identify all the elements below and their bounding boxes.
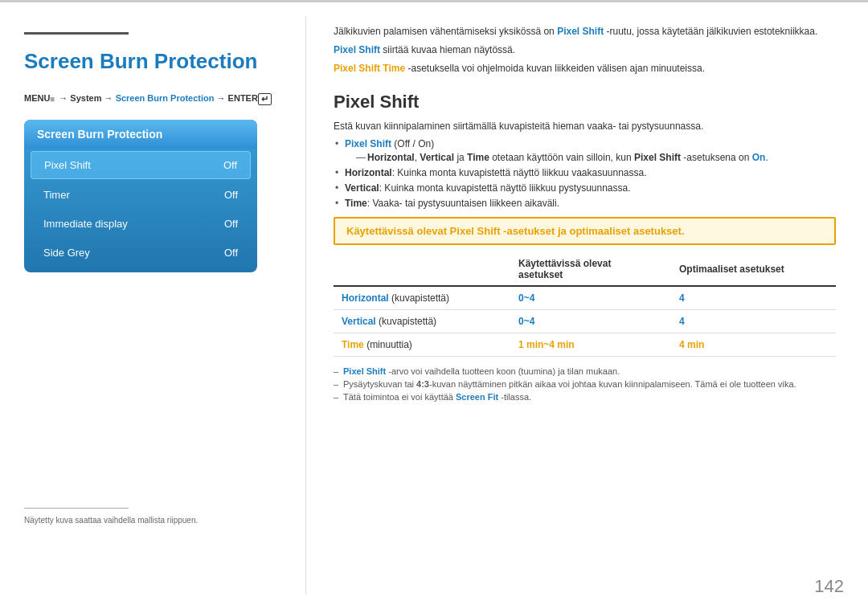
table-cell-vertical-range: 0~4: [510, 309, 671, 333]
bullet-item-1: Pixel Shift (Off / On) Horizontal, Verti…: [334, 138, 836, 163]
menu-arrow3: →: [217, 93, 228, 103]
table-cell-vertical-label: Vertical (kuvapistettä): [334, 309, 510, 333]
left-panel: Screen Burn Protection MENU≡ → System → …: [0, 0, 305, 613]
sbp-item-label: Pixel Shift: [44, 159, 91, 171]
sbp-item-label: Timer: [43, 189, 70, 201]
table-header-optimal: Optimaaliset asetukset: [671, 253, 836, 286]
intro-line-2: Pixel Shift siirtää kuvaa hieman näytöss…: [334, 43, 836, 58]
bullet-4-label: Time: [345, 198, 367, 209]
footer-note-1: Pixel Shift -arvo voi vaihdella tuotteen…: [334, 366, 836, 376]
menu-arrow2: →: [104, 93, 116, 103]
footer-notes: Pixel Shift -arvo voi vaihdella tuotteen…: [334, 366, 836, 402]
sub-b1: Horizontal: [367, 152, 415, 163]
menu-icon: MENU≡: [24, 93, 56, 103]
panel-divider: [305, 16, 306, 595]
bullet-item-3: Vertical: Kuinka monta kuvapistettä näyt…: [334, 182, 836, 194]
sbp-item-label: Immediate display: [43, 218, 128, 230]
sbp-box-header: Screen Burn Protection: [24, 120, 257, 149]
table-cell-horizontal-optimal: 4: [671, 286, 836, 310]
table-cell-time-optimal: 4 min: [671, 333, 836, 356]
title-accent-bar: [24, 32, 129, 35]
table-row-time: Time (minuuttia) 1 min~4 min 4 min: [334, 333, 836, 356]
highlight-box: Käytettävissä olevat Pixel Shift -asetuk…: [334, 217, 836, 245]
sub-bullet-list: Horizontal, Vertical ja Time otetaan käy…: [356, 152, 836, 163]
table-header-available: Käytettävissä olevatasetukset: [510, 253, 671, 286]
bullet-list: Pixel Shift (Off / On) Horizontal, Verti…: [334, 138, 836, 209]
bullet-3-label: Vertical: [345, 182, 379, 194]
sbp-menu-box: Screen Burn Protection Pixel Shift Off T…: [24, 120, 257, 272]
footer-note-2: Pysäytyskuvan tai 4:3-kuvan näyttäminen …: [334, 379, 836, 389]
sbp-item-immediate[interactable]: Immediate display Off: [31, 210, 251, 237]
sbp-item-label: Side Grey: [43, 247, 90, 259]
sbp-item-side-grey[interactable]: Side Grey Off: [31, 239, 251, 266]
pixel-shift-ref: Pixel Shift: [557, 26, 604, 37]
menu-path: MENU≡ → System → Screen Burn Protection …: [24, 93, 281, 105]
pixel-shift-time-ref: Pixel Shift Time: [334, 63, 405, 74]
intro-line-3: Pixel Shift Time -asetuksella voi ohjelm…: [334, 61, 836, 76]
footer-note-3-highlight: Screen Fit: [456, 392, 498, 402]
sbp-item-value: Off: [223, 159, 237, 171]
footer-note-1-highlight: Pixel Shift: [343, 366, 386, 376]
table-cell-time-label: Time (minuuttia): [334, 333, 510, 356]
vertical-label: Vertical: [342, 316, 376, 327]
sub-b4: Pixel Shift: [634, 152, 681, 163]
horizontal-label: Horizontal: [342, 292, 389, 304]
table-row-horizontal: Horizontal (kuvapistettä) 0~4 4: [334, 286, 836, 310]
table-header-item: [334, 253, 510, 286]
menu-system: System: [70, 93, 101, 103]
left-note: Näytetty kuva saattaa vaihdella mallista…: [24, 516, 249, 525]
footer-note-2-43: 4:3: [416, 379, 429, 389]
bullet-item-4: Time: Vaaka- tai pystysuuntaisen liikkee…: [334, 198, 836, 209]
sub-bullet-1: Horizontal, Vertical ja Time otetaan käy…: [356, 152, 836, 163]
menu-sbp: Screen Burn Protection: [116, 93, 215, 103]
sbp-item-value: Off: [224, 247, 238, 259]
pixel-shift-table: Käytettävissä olevatasetukset Optimaalis…: [334, 253, 836, 357]
pixel-shift-ref2: Pixel Shift: [334, 44, 380, 55]
intro-line-1: Jälkikuvien palamisen vähentämiseksi yks…: [334, 24, 836, 39]
bullet-item-2: Horizontal: Kuinka monta kuvapistettä nä…: [334, 167, 836, 178]
page-number: 142: [814, 576, 844, 597]
right-panel: Jälkikuvien palamisen vähentämiseksi yks…: [317, 0, 852, 421]
page-title: Screen Burn Protection: [24, 49, 281, 74]
sub-b2: Vertical: [420, 152, 454, 163]
table-cell-time-range: 1 min~4 min: [510, 333, 671, 356]
table-cell-vertical-optimal: 4: [671, 309, 836, 333]
sbp-item-value: Off: [224, 189, 238, 201]
sub-b5: On: [752, 152, 766, 163]
menu-arrow1: →: [59, 93, 70, 103]
bullet-2-label: Horizontal: [345, 167, 392, 178]
table-cell-horizontal-range: 0~4: [510, 286, 671, 310]
table-cell-horizontal-label: Horizontal (kuvapistettä): [334, 286, 510, 310]
note-separator: [24, 508, 129, 509]
table-row-vertical: Vertical (kuvapistettä) 0~4 4: [334, 309, 836, 333]
time-label: Time: [342, 339, 364, 350]
sub-b3: Time: [467, 152, 489, 163]
menu-enter: ENTER↵: [228, 93, 272, 103]
bullet-1-label: Pixel Shift: [345, 138, 391, 149]
sbp-item-pixel-shift[interactable]: Pixel Shift Off: [31, 151, 251, 179]
section-desc: Estä kuvan kiinnipalaminen siirtämällä k…: [334, 121, 836, 132]
sbp-item-value: Off: [224, 218, 238, 230]
sbp-item-timer[interactable]: Timer Off: [31, 182, 251, 208]
footer-note-3: Tätä toimintoa ei voi käyttää Screen Fit…: [334, 392, 836, 402]
section-title: Pixel Shift: [334, 92, 836, 112]
